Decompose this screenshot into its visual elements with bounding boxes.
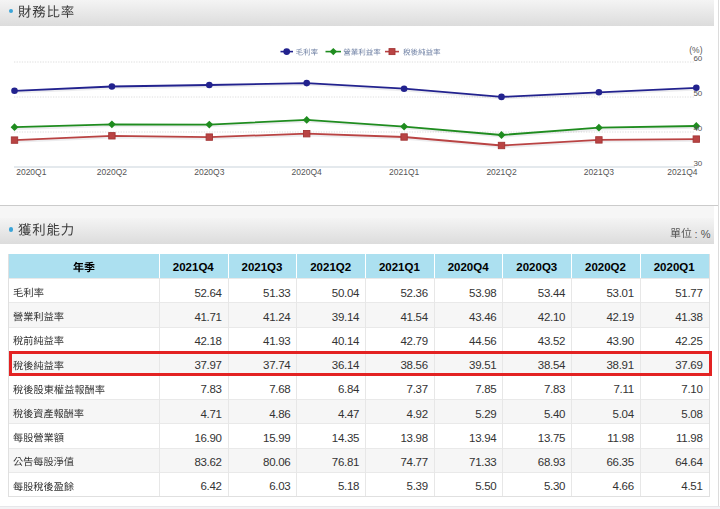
svg-text:2020Q1: 2020Q1 — [16, 167, 47, 177]
svg-text:2021Q4: 2021Q4 — [667, 167, 698, 177]
svg-text:50: 50 — [693, 89, 702, 98]
svg-text:2021Q2: 2021Q2 — [486, 167, 517, 177]
svg-text:2021Q3: 2021Q3 — [584, 167, 615, 177]
svg-text:2020Q3: 2020Q3 — [194, 167, 225, 177]
svg-text:(%): (%) — [689, 45, 702, 55]
svg-text:2021Q1: 2021Q1 — [389, 167, 420, 177]
svg-text:60: 60 — [693, 54, 702, 63]
svg-text:40: 40 — [693, 124, 702, 133]
svg-text:2020Q4: 2020Q4 — [292, 167, 323, 177]
svg-text:2020Q2: 2020Q2 — [97, 167, 128, 177]
